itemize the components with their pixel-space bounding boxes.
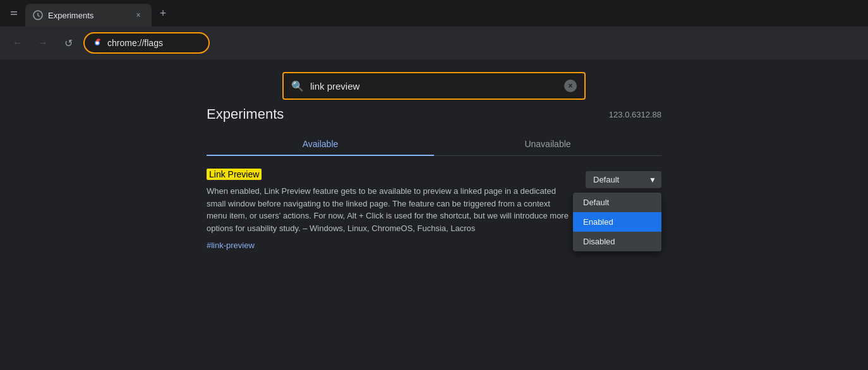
- main-content: 🔍 × Reset all Experiments 123.0.6312.88 …: [0, 59, 868, 370]
- tab-unavailable[interactable]: Unavailable: [434, 133, 661, 155]
- address-text[interactable]: chrome://flags: [107, 38, 201, 48]
- tab-title: Experiments: [48, 11, 128, 20]
- new-tab-button[interactable]: +: [154, 4, 172, 22]
- flag-dropdown[interactable]: Default Enabled Disabled: [586, 171, 661, 188]
- reload-button[interactable]: ↺: [58, 33, 78, 53]
- flag-name: Link Preview: [207, 169, 262, 180]
- forward-button[interactable]: →: [33, 33, 53, 53]
- tab-list-button[interactable]: [5, 4, 23, 22]
- tabs-row: Available Unavailable: [207, 133, 661, 156]
- experiments-panel: Experiments 123.0.6312.88 Available Unav…: [207, 106, 661, 370]
- active-tab[interactable]: Experiments ×: [25, 4, 152, 27]
- address-bar[interactable]: chrome://flags: [83, 32, 210, 54]
- flag-link[interactable]: #link-preview: [207, 241, 255, 250]
- tab-close-button[interactable]: ×: [133, 9, 144, 21]
- dropdown-options-list: Default Enabled Disabled: [573, 193, 661, 251]
- dropdown-option-enabled-item[interactable]: Enabled: [573, 212, 661, 232]
- version-text: 123.0.6312.88: [609, 110, 661, 119]
- svg-point-2: [96, 42, 99, 45]
- flag-dropdown-container: Default Enabled Disabled ▼ Default Enabl…: [586, 171, 661, 188]
- flag-description: When enabled, Link Preview feature gets …: [207, 185, 573, 234]
- back-button[interactable]: ←: [8, 33, 28, 53]
- search-icon: 🔍: [291, 80, 304, 92]
- dropdown-option-default-item[interactable]: Default: [573, 193, 661, 212]
- search-input[interactable]: [310, 81, 558, 92]
- experiments-header: Experiments 123.0.6312.88: [207, 106, 661, 122]
- search-container: 🔍 × Reset all: [282, 72, 586, 100]
- navigation-bar: ← → ↺ chrome://flags: [0, 27, 868, 59]
- experiments-title: Experiments: [207, 106, 284, 122]
- search-clear-button[interactable]: ×: [564, 80, 577, 92]
- flag-item: Link Preview When enabled, Link Preview …: [207, 169, 661, 251]
- tab-favicon-icon: [33, 10, 43, 20]
- flag-content: Link Preview When enabled, Link Preview …: [207, 169, 573, 251]
- chrome-logo-icon: [92, 38, 102, 48]
- search-box: 🔍 ×: [282, 72, 586, 100]
- dropdown-option-disabled-item[interactable]: Disabled: [573, 232, 661, 251]
- tab-available[interactable]: Available: [207, 133, 434, 155]
- tab-bar: Experiments × +: [0, 0, 868, 27]
